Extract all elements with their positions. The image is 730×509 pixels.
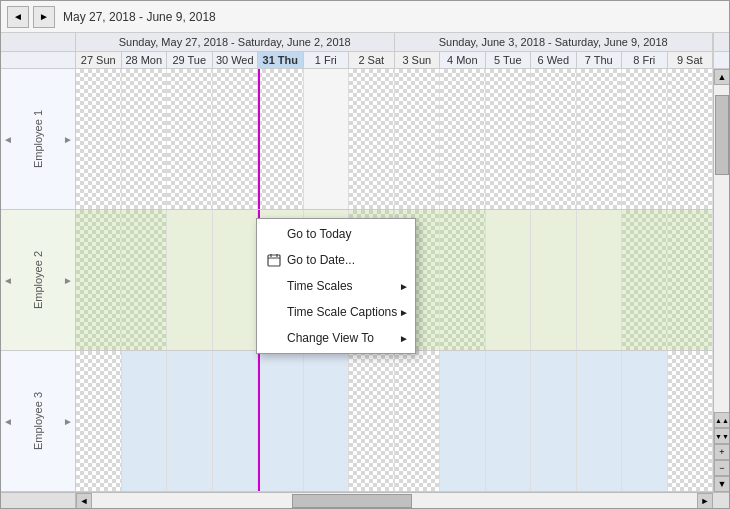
grid-e1-d29[interactable] bbox=[167, 69, 213, 209]
grid-e3-d8[interactable] bbox=[622, 351, 668, 491]
grid-e1-d5[interactable] bbox=[486, 69, 532, 209]
time-scale-captions-arrow: ► bbox=[399, 307, 409, 318]
scroll-fast-down[interactable]: ▼▼ bbox=[714, 428, 729, 444]
grid-e2-d29[interactable] bbox=[167, 210, 213, 350]
main-container: ◄ ► May 27, 2018 - June 9, 2018 Sunday, … bbox=[0, 0, 730, 509]
time-scales-label: Time Scales bbox=[287, 279, 407, 293]
bottom-scroll-track[interactable] bbox=[92, 493, 697, 508]
grid-e3-d5[interactable] bbox=[486, 351, 532, 491]
day-4: 4 Mon bbox=[440, 52, 486, 68]
grid-e1-d1[interactable] bbox=[304, 69, 350, 209]
grid-e3-d1[interactable] bbox=[304, 351, 350, 491]
context-time-scales[interactable]: Time Scales ► bbox=[257, 273, 415, 299]
grid-e1-d31[interactable] bbox=[258, 69, 304, 209]
scroll-zoom-out[interactable]: − bbox=[714, 460, 729, 476]
prev-button[interactable]: ◄ bbox=[7, 6, 29, 28]
scroll-left-btn[interactable]: ◄ bbox=[76, 493, 92, 508]
week-label-2: Sunday, June 3, 2018 - Saturday, June 9,… bbox=[395, 33, 714, 51]
day-3: 3 Sun bbox=[395, 52, 441, 68]
go-today-label: Go to Today bbox=[287, 227, 407, 241]
svg-rect-0 bbox=[268, 255, 280, 266]
grid-e1-d27[interactable] bbox=[76, 69, 122, 209]
grid-e2-d27[interactable] bbox=[76, 210, 122, 350]
grid-e2-d8[interactable] bbox=[622, 210, 668, 350]
grid-e1-d4[interactable] bbox=[440, 69, 486, 209]
employee-1-label: Employee 1 bbox=[32, 110, 44, 168]
scroll-track[interactable] bbox=[714, 85, 729, 412]
scroll-zoom-in[interactable]: + bbox=[714, 444, 729, 460]
bottom-scroll-spacer bbox=[1, 493, 76, 508]
week-scrollbar-spacer bbox=[713, 33, 729, 51]
emp2-right-arrow[interactable]: ► bbox=[63, 275, 73, 286]
time-scales-icon bbox=[265, 277, 283, 295]
scroll-right-btn[interactable]: ► bbox=[697, 493, 713, 508]
grid-e2-d28[interactable] bbox=[122, 210, 168, 350]
grid-e3-d29[interactable] bbox=[167, 351, 213, 491]
context-go-to-date[interactable]: Go to Date... bbox=[257, 247, 415, 273]
grid-e1-d2[interactable] bbox=[349, 69, 395, 209]
bottom-scroll-thumb[interactable] bbox=[292, 494, 412, 508]
grid-e3-d7[interactable] bbox=[577, 351, 623, 491]
emp1-left-arrow[interactable]: ◄ bbox=[3, 134, 13, 145]
scroll-fast-up[interactable]: ▲▲ bbox=[714, 412, 729, 428]
calendar-icon bbox=[265, 251, 283, 269]
grid-e1-d30[interactable] bbox=[213, 69, 259, 209]
grid-e2-d30[interactable] bbox=[213, 210, 259, 350]
emp3-right-arrow[interactable]: ► bbox=[63, 416, 73, 427]
time-scale-captions-label: Time Scale Captions bbox=[287, 305, 407, 319]
grid-e3-d2[interactable] bbox=[349, 351, 395, 491]
day-27: 27 Sun bbox=[76, 52, 122, 68]
grid-e2-d7[interactable] bbox=[577, 210, 623, 350]
right-scrollbar: ▲ ▲▲ ▼▼ + − ▼ bbox=[713, 69, 729, 492]
toolbar: ◄ ► May 27, 2018 - June 9, 2018 bbox=[1, 1, 729, 33]
employee-list: ◄ Employee 1 ► ◄ Employee 2 ► ◄ Employee… bbox=[1, 69, 76, 492]
scroll-down-btn[interactable]: ▼ bbox=[714, 476, 729, 492]
grid-e3-d3[interactable] bbox=[395, 351, 441, 491]
employee-2-label: Employee 2 bbox=[32, 251, 44, 309]
emp1-right-arrow[interactable]: ► bbox=[63, 134, 73, 145]
grid-e3-d30[interactable] bbox=[213, 351, 259, 491]
day-7: 7 Thu bbox=[577, 52, 623, 68]
context-time-scale-captions[interactable]: Time Scale Captions ► bbox=[257, 299, 415, 325]
scroll-up-btn[interactable]: ▲ bbox=[714, 69, 729, 85]
grid-e2-d6[interactable] bbox=[531, 210, 577, 350]
grid-e3-d9[interactable] bbox=[668, 351, 714, 491]
context-go-to-today[interactable]: Go to Today bbox=[257, 221, 415, 247]
grid-e3-d27[interactable] bbox=[76, 351, 122, 491]
grid-e2-d9[interactable] bbox=[668, 210, 714, 350]
grid-e1-d9[interactable] bbox=[668, 69, 714, 209]
employee-row-2: ◄ Employee 2 ► bbox=[1, 210, 75, 351]
emp2-left-arrow[interactable]: ◄ bbox=[3, 275, 13, 286]
week-headers-row: Sunday, May 27, 2018 - Saturday, June 2,… bbox=[1, 33, 729, 52]
grid-e3-d28[interactable] bbox=[122, 351, 168, 491]
grid-e1-d3[interactable] bbox=[395, 69, 441, 209]
go-today-icon bbox=[265, 225, 283, 243]
context-menu: Go to Today Go to Date... Time Scales ► bbox=[256, 218, 416, 354]
grid-e2-d5[interactable] bbox=[486, 210, 532, 350]
next-button[interactable]: ► bbox=[33, 6, 55, 28]
day-2: 2 Sat bbox=[349, 52, 395, 68]
grid-e2-d4[interactable] bbox=[440, 210, 486, 350]
bottom-corner bbox=[713, 493, 729, 508]
day-headers-row: 27 Sun 28 Mon 29 Tue 30 Wed 31 Thu 1 Fri… bbox=[1, 52, 729, 69]
grid-e3-d31[interactable] bbox=[258, 351, 304, 491]
grid-e1-d7[interactable] bbox=[577, 69, 623, 209]
grid-e3-d6[interactable] bbox=[531, 351, 577, 491]
grid-e1-d28[interactable] bbox=[122, 69, 168, 209]
emp3-left-arrow[interactable]: ◄ bbox=[3, 416, 13, 427]
change-view-arrow: ► bbox=[399, 333, 409, 344]
day-5: 5 Tue bbox=[486, 52, 532, 68]
go-date-label: Go to Date... bbox=[287, 253, 407, 267]
week-label-1: Sunday, May 27, 2018 - Saturday, June 2,… bbox=[76, 33, 395, 51]
date-range-title: May 27, 2018 - June 9, 2018 bbox=[63, 10, 216, 24]
change-view-label: Change View To bbox=[287, 331, 407, 345]
day-spacer bbox=[1, 52, 76, 68]
scroll-thumb[interactable] bbox=[715, 95, 729, 175]
employee-row-1: ◄ Employee 1 ► bbox=[1, 69, 75, 210]
context-change-view-to[interactable]: Change View To ► bbox=[257, 325, 415, 351]
grid-e3-d4[interactable] bbox=[440, 351, 486, 491]
employee-row-3: ◄ Employee 3 ► bbox=[1, 351, 75, 492]
change-view-icon bbox=[265, 329, 283, 347]
grid-e1-d8[interactable] bbox=[622, 69, 668, 209]
grid-e1-d6[interactable] bbox=[531, 69, 577, 209]
